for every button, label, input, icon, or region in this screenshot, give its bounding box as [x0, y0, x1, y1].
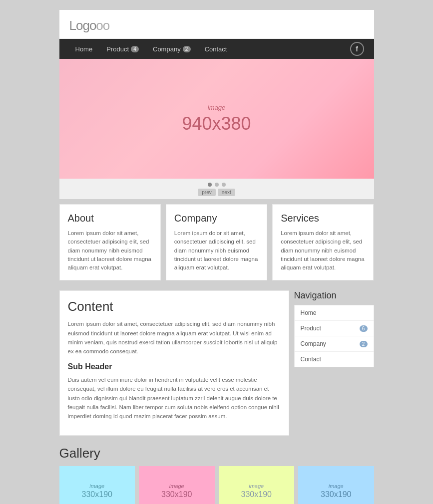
gallery-item-2[interactable]: image 330x190	[139, 466, 215, 504]
three-columns: About Lorem ipsum dolor sit amet, consec…	[59, 199, 374, 285]
sidebar-nav-title: Navigation	[294, 290, 374, 301]
sidebar-badge-product: 6	[360, 325, 368, 332]
sidebar-item-home[interactable]: Home	[295, 305, 374, 321]
slider-controls: prev next	[59, 179, 374, 199]
dot-2[interactable]	[215, 183, 219, 187]
dot-3[interactable]	[222, 183, 226, 187]
hero-banner: image 940x380	[59, 59, 374, 179]
nav-label-contact: Contact	[205, 45, 227, 53]
gallery-label-3: image	[249, 483, 264, 489]
nav-items: Home Product 4 Company 2 Contact	[69, 42, 350, 56]
gallery-label-4: image	[329, 483, 344, 489]
gallery-size-1: 330x190	[82, 490, 112, 499]
company-text: Lorem ipsum dolor sit amet, consectetuer…	[174, 229, 259, 272]
services-title: Services	[281, 213, 365, 224]
hero-image-label: image	[208, 104, 225, 111]
navbar: Home Product 4 Company 2 Contact f	[59, 39, 374, 59]
nav-item-company[interactable]: Company 2	[147, 42, 197, 56]
services-card: Services Lorem ipsum dolor sit amet, con…	[272, 204, 374, 280]
gallery-label-2: image	[169, 483, 184, 489]
nav-badge-company: 2	[183, 46, 191, 52]
dot-1[interactable]	[208, 183, 212, 187]
sidebar-label-product: Product	[301, 325, 321, 332]
sidebar-item-company[interactable]: Company 2	[295, 336, 374, 352]
gallery-items: image 330x190 image 330x190 image 330x19…	[59, 466, 374, 504]
logo-bold: Logo	[69, 18, 96, 33]
gallery-label-1: image	[89, 483, 104, 489]
facebook-icon[interactable]: f	[350, 42, 364, 56]
nav-item-product[interactable]: Product 4	[100, 42, 145, 56]
sidebar-item-product[interactable]: Product 6	[295, 321, 374, 336]
main-content: Content Lorem ipsum dolor sit amet, cons…	[59, 290, 289, 436]
gallery-size-2: 330x190	[161, 490, 192, 499]
sub-header: Sub Header	[68, 362, 281, 371]
nav-item-home[interactable]: Home	[69, 42, 99, 56]
gallery-title: Gallery	[59, 446, 374, 461]
sidebar-navigation: Navigation Home Product 6 Company 2 Cont…	[294, 290, 374, 436]
gallery-item-3[interactable]: image 330x190	[219, 466, 295, 504]
about-text: Lorem ipsum dolor sit amet, consectetuer…	[68, 229, 152, 272]
logo: Logooo	[69, 18, 364, 33]
prev-button[interactable]: prev	[198, 189, 215, 196]
sidebar-nav-list: Home Product 6 Company 2 Contact	[294, 305, 374, 367]
nav-label-company: Company	[153, 45, 181, 53]
content-title: Content	[68, 299, 281, 314]
nav-item-contact[interactable]: Contact	[199, 42, 233, 56]
content-text2: Duis autem vel eum iriure dolor in hendr…	[68, 375, 281, 421]
slider-dots	[208, 183, 226, 187]
gallery-item-1[interactable]: image 330x190	[59, 466, 135, 504]
company-title: Company	[174, 213, 259, 224]
sidebar-label-company: Company	[301, 340, 326, 347]
about-card: About Lorem ipsum dolor sit amet, consec…	[59, 204, 161, 280]
hero-image-size: 940x380	[182, 113, 251, 134]
sidebar-label-contact: Contact	[301, 356, 321, 363]
company-card: Company Lorem ipsum dolor sit amet, cons…	[166, 204, 267, 280]
sidebar-label-home: Home	[301, 309, 317, 316]
content-text1: Lorem ipsum dolor sit amet, consectetuer…	[68, 319, 281, 356]
services-text: Lorem ipsum dolor sit amet, consectetuer…	[281, 229, 365, 272]
page-wrapper: Logooo Home Product 4 Company 2 Contact …	[59, 0, 374, 504]
header: Logooo	[59, 10, 374, 39]
gallery-size-3: 330x190	[241, 490, 272, 499]
nav-badge-product: 4	[131, 46, 139, 52]
about-title: About	[68, 213, 152, 224]
nav-label-home: Home	[75, 45, 93, 53]
next-button[interactable]: next	[218, 189, 235, 196]
sidebar-item-contact[interactable]: Contact	[295, 352, 374, 367]
nav-label-product: Product	[106, 45, 129, 53]
content-nav-section: Content Lorem ipsum dolor sit amet, cons…	[59, 285, 374, 441]
slider-buttons: prev next	[198, 189, 235, 196]
gallery-item-4[interactable]: image 330x190	[298, 466, 374, 504]
gallery-section: Gallery image 330x190 image 330x190 imag…	[59, 441, 374, 504]
logo-light: oo	[96, 18, 109, 33]
gallery-size-4: 330x190	[321, 490, 351, 499]
sidebar-badge-company: 2	[360, 341, 368, 347]
